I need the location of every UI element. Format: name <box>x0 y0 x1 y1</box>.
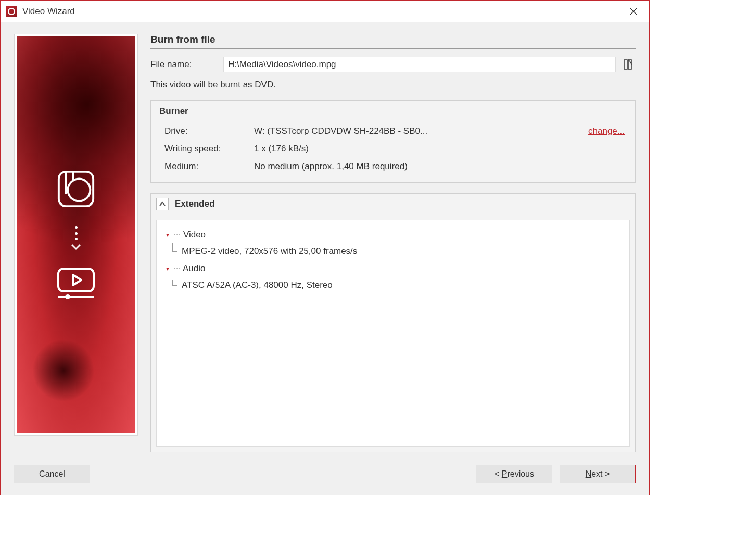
extended-title: Extended <box>175 199 215 209</box>
footer: Cancel < Previous Next > <box>1 457 649 495</box>
change-drive-link[interactable]: change... <box>588 126 627 136</box>
medium-label: Medium: <box>164 161 254 172</box>
previous-button-label: < Previous <box>495 469 534 479</box>
audio-detail-text: ATSC A/52A (AC-3), 48000 Hz, Stereo <box>179 280 333 290</box>
svg-point-3 <box>68 179 90 201</box>
video-player-icon <box>55 266 97 301</box>
content-area: Burn from file File name: H:\Media\Video… <box>1 22 649 457</box>
audio-node-label: Audio <box>183 263 205 273</box>
file-name-value: H:\Media\Videos\video.mpg <box>228 59 336 70</box>
section-title: Burn from file <box>150 34 636 47</box>
close-button[interactable] <box>623 4 644 19</box>
svg-point-9 <box>65 294 70 299</box>
cancel-button-label: Cancel <box>39 469 65 479</box>
next-button[interactable]: Next > <box>560 465 636 483</box>
medium-value: No medium (approx. 1,40 MB required) <box>254 161 627 172</box>
disc-icon <box>56 169 96 211</box>
drive-value: W: (TSSTcorp CDDVDW SH-224BB - SB0... <box>254 126 588 136</box>
svg-marker-7 <box>73 275 81 285</box>
open-folder-icon <box>623 59 633 70</box>
arrow-down-icon <box>71 226 81 251</box>
caret-down-icon: ▾ <box>166 263 173 275</box>
file-name-input[interactable]: H:\Media\Videos\video.mpg <box>223 57 616 72</box>
tree-node-audio[interactable]: ▾··· Audio <box>166 260 620 277</box>
previous-button[interactable]: < Previous <box>476 465 552 483</box>
medium-row: Medium: No medium (approx. 1,40 MB requi… <box>159 161 627 172</box>
extended-header: Extended <box>150 193 636 214</box>
cancel-button[interactable]: Cancel <box>14 465 90 483</box>
writing-speed-value: 1 x (176 kB/s) <box>254 144 627 154</box>
next-button-label: Next > <box>586 469 610 479</box>
drive-row: Drive: W: (TSSTcorp CDDVDW SH-224BB - SB… <box>159 126 627 136</box>
video-wizard-window: Video Wizard <box>0 0 650 495</box>
file-name-label: File name: <box>150 59 223 70</box>
stream-tree[interactable]: ▾··· Video MPEG-2 video, 720x576 with 25… <box>156 220 630 447</box>
svg-rect-6 <box>58 269 94 291</box>
browse-button[interactable] <box>620 57 636 72</box>
writing-speed-label: Writing speed: <box>164 144 254 154</box>
file-name-row: File name: H:\Media\Videos\video.mpg <box>150 57 636 72</box>
burner-panel: Burner Drive: W: (TSSTcorp CDDVDW SH-224… <box>150 100 636 183</box>
caret-down-icon: ▾ <box>166 229 173 241</box>
collapse-extended-button[interactable] <box>156 198 169 210</box>
titlebar: Video Wizard <box>1 1 649 22</box>
video-detail-text: MPEG-2 video, 720x576 with 25,00 frames/… <box>179 246 357 256</box>
drive-label: Drive: <box>164 126 254 136</box>
wizard-sidebar-image <box>14 34 138 436</box>
burner-panel-title: Burner <box>159 106 627 117</box>
burn-info-text: This video will be burnt as DVD. <box>150 80 636 90</box>
window-title: Video Wizard <box>22 6 75 17</box>
main-panel: Burn from file File name: H:\Media\Video… <box>150 34 636 452</box>
close-icon <box>630 8 637 15</box>
tree-node-audio-detail[interactable]: ATSC A/52A (AC-3), 48000 Hz, Stereo <box>166 277 620 294</box>
tree-node-video-detail[interactable]: MPEG-2 video, 720x576 with 25,00 frames/… <box>166 243 620 260</box>
writing-speed-row: Writing speed: 1 x (176 kB/s) <box>159 144 627 154</box>
chevron-up-icon <box>159 201 166 207</box>
app-icon <box>6 6 17 17</box>
extended-body: ▾··· Video MPEG-2 video, 720x576 with 25… <box>150 214 636 452</box>
tree-node-video[interactable]: ▾··· Video <box>166 226 620 243</box>
video-node-label: Video <box>183 230 206 239</box>
